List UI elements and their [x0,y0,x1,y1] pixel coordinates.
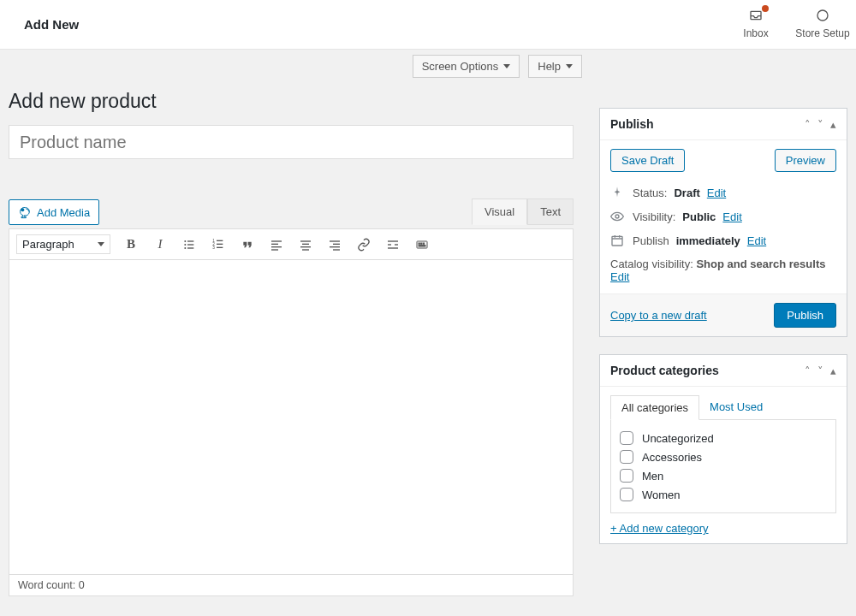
category-checkbox[interactable] [620,469,633,483]
help-label: Help [538,60,561,73]
store-setup-label: Store Setup [795,27,849,39]
svg-point-5 [184,244,186,246]
calendar-icon [610,234,626,247]
svg-point-36 [615,215,619,218]
category-checkbox[interactable] [620,488,633,501]
svg-rect-4 [187,240,193,241]
add-media-button[interactable]: Add Media [9,199,99,225]
tab-all-categories[interactable]: All categories [610,395,699,420]
svg-rect-27 [388,240,398,241]
category-item[interactable]: Accessories [620,447,827,466]
bullet-list-icon [182,238,196,252]
svg-rect-30 [388,247,398,248]
link-button[interactable] [355,236,372,253]
align-center-button[interactable] [297,236,314,253]
align-left-button[interactable] [268,236,285,253]
status-label: Status: [633,187,667,199]
visibility-value: Public [682,210,716,223]
number-list-button[interactable]: 123 [210,236,227,253]
category-label: Men [642,470,663,483]
quote-icon [241,238,254,252]
svg-rect-34 [423,243,424,244]
editor-toolbar: Paragraph B I 123 [9,228,574,260]
panel-toggle-icon[interactable]: ▴ [830,364,836,377]
category-item[interactable]: Uncategorized [620,429,827,447]
copy-draft-link[interactable]: Copy to a new draft [610,309,707,322]
store-setup-button[interactable]: Store Setup [789,0,856,39]
svg-rect-20 [302,243,309,244]
svg-rect-31 [417,241,427,248]
blockquote-button[interactable] [239,236,256,253]
svg-rect-10 [217,240,223,240]
panel-up-icon[interactable]: ˄ [805,118,811,131]
page-title: Add new product [9,81,582,125]
save-draft-button[interactable]: Save Draft [610,149,685,172]
category-item[interactable]: Men [620,466,827,485]
preview-button[interactable]: Preview [775,149,836,172]
svg-rect-8 [187,247,193,248]
status-value: Draft [674,187,699,199]
panel-toggle-icon[interactable]: ▴ [830,118,836,131]
edit-status-link[interactable]: Edit [707,187,726,199]
category-item[interactable]: Women [620,485,827,504]
screen-options-button[interactable]: Screen Options [413,55,520,78]
chevron-down-icon [566,64,573,68]
help-button[interactable]: Help [528,55,582,78]
italic-button[interactable]: I [152,236,169,253]
categories-panel-title: Product categories [610,364,805,377]
svg-rect-37 [612,236,622,246]
toolbar-toggle-button[interactable] [413,236,431,253]
edit-schedule-link[interactable]: Edit [747,234,766,247]
product-name-input[interactable] [9,125,574,159]
panel-down-icon[interactable]: ˅ [817,118,823,131]
read-more-button[interactable] [384,236,401,253]
publish-button[interactable]: Publish [774,303,836,328]
chevron-down-icon [503,64,510,68]
italic-icon: I [158,237,163,252]
svg-rect-18 [271,249,278,250]
notification-dot [762,5,769,12]
category-list: Uncategorized Accessories Men Women [610,420,836,513]
svg-rect-21 [300,246,311,247]
align-center-icon [299,238,312,252]
svg-rect-16 [271,243,278,244]
panel-down-icon[interactable]: ˅ [817,364,823,377]
edit-catalog-link[interactable]: Edit [610,270,629,283]
bullet-list-button[interactable] [181,236,198,253]
pin-icon [610,186,626,199]
chevron-down-icon [98,242,104,246]
inbox-icon [722,7,789,27]
tab-visual[interactable]: Visual [472,198,527,225]
bold-icon: B [127,237,135,252]
category-checkbox[interactable] [620,450,633,464]
publish-panel: Publish ˄ ˅ ▴ Save Draft Preview Status:… [599,108,847,337]
schedule-label: Publish [633,234,669,247]
category-label: Uncategorized [642,432,714,445]
align-right-button[interactable] [326,236,343,253]
category-label: Women [642,489,681,501]
svg-rect-17 [271,246,282,247]
bold-button[interactable]: B [122,236,140,253]
add-category-link[interactable]: + Add new category [610,513,709,535]
svg-rect-12 [217,243,223,244]
inbox-button[interactable]: Inbox [722,0,789,39]
catalog-value: Shop and search results [696,258,825,270]
categories-panel: Product categories ˄ ˅ ▴ All categories … [599,354,847,544]
tab-text[interactable]: Text [527,198,574,225]
format-select[interactable]: Paragraph [16,234,110,254]
svg-rect-28 [388,244,391,245]
publish-panel-title: Publish [610,117,805,131]
screen-options-label: Screen Options [422,60,499,73]
svg-rect-35 [419,245,425,246]
link-icon [357,238,371,252]
panel-up-icon[interactable]: ˄ [805,364,811,377]
svg-text:3: 3 [212,246,215,250]
tab-most-used[interactable]: Most Used [699,395,773,419]
svg-rect-22 [302,249,309,250]
svg-point-1 [817,10,828,21]
editor-content[interactable] [9,260,574,575]
category-checkbox[interactable] [620,431,633,445]
edit-visibility-link[interactable]: Edit [722,210,741,223]
svg-rect-24 [333,243,340,244]
visibility-label: Visibility: [633,210,675,223]
